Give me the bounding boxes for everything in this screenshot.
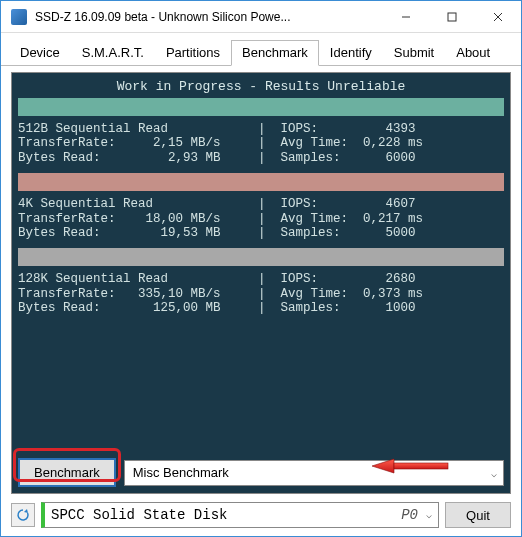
chevron-down-icon: ⌵ [491, 467, 497, 478]
chevron-down-icon: ⌵ [426, 509, 432, 521]
wip-banner: Work in Progress - Results Unreliable [18, 79, 504, 94]
minimize-button[interactable] [383, 2, 429, 32]
tab-partitions[interactable]: Partitions [155, 40, 231, 66]
titlebar: SSD-Z 16.09.09 beta - Unknown Silicon Po… [1, 1, 521, 33]
benchmark-panel: Work in Progress - Results Unreliable 51… [11, 72, 511, 494]
refresh-button[interactable] [11, 503, 35, 527]
progress-bar [18, 98, 504, 116]
test-stats: 4K Sequential Read | IOPS: 4607 Transfer… [18, 197, 504, 240]
benchmark-controls: Benchmark Misc Benchmark ⌵ [18, 458, 504, 487]
test-stats: 128K Sequential Read | IOPS: 2680 Transf… [18, 272, 504, 315]
tab-device[interactable]: Device [9, 40, 71, 66]
close-button[interactable] [475, 2, 521, 32]
footer: SPCC Solid State Disk P0 ⌵ Quit [1, 498, 521, 536]
disk-selector[interactable]: SPCC Solid State Disk P0 ⌵ [41, 502, 439, 528]
svg-rect-1 [448, 13, 456, 21]
tab-smart[interactable]: S.M.A.R.T. [71, 40, 155, 66]
benchmark-button[interactable]: Benchmark [18, 458, 116, 487]
tab-identify[interactable]: Identify [319, 40, 383, 66]
benchmark-type-dropdown[interactable]: Misc Benchmark ⌵ [124, 460, 504, 486]
disk-port: P0 [401, 507, 418, 523]
progress-bar [18, 248, 504, 266]
disk-name: SPCC Solid State Disk [51, 507, 227, 523]
app-icon [11, 9, 27, 25]
window-title: SSD-Z 16.09.09 beta - Unknown Silicon Po… [35, 10, 383, 24]
dropdown-value: Misc Benchmark [133, 465, 229, 480]
maximize-button[interactable] [429, 2, 475, 32]
tab-about[interactable]: About [445, 40, 501, 66]
app-window: SSD-Z 16.09.09 beta - Unknown Silicon Po… [0, 0, 522, 537]
tab-benchmark[interactable]: Benchmark [231, 40, 319, 66]
quit-button[interactable]: Quit [445, 502, 511, 528]
progress-bar [18, 173, 504, 191]
test-stats: 512B Sequential Read | IOPS: 4393 Transf… [18, 122, 504, 165]
window-controls [383, 2, 521, 32]
tab-strip: DeviceS.M.A.R.T.PartitionsBenchmarkIdent… [1, 33, 521, 66]
tab-submit[interactable]: Submit [383, 40, 445, 66]
